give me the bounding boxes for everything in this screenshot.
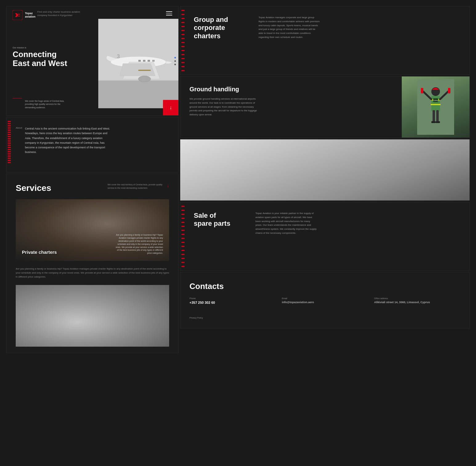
svg-rect-40: [364, 183, 370, 188]
arrow-down-icon: ↓: [169, 105, 172, 110]
svg-rect-30: [180, 139, 189, 200]
svg-rect-7: [143, 60, 145, 62]
svg-rect-31: [461, 139, 470, 200]
private-charters-title: Private charters: [22, 249, 57, 255]
svg-rect-23: [436, 110, 439, 122]
hero-section: Topaz aviation First and only charter bu…: [6, 6, 179, 116]
menu-icon[interactable]: [166, 11, 172, 15]
svg-point-10: [138, 76, 151, 82]
company-name: Topaz aviation: [25, 12, 35, 19]
services-section: Services We cover the vast territory of …: [6, 174, 179, 353]
about-label: About: [16, 126, 22, 129]
hangar-section: [180, 139, 470, 201]
spare-parts-title: Sale of spare parts: [194, 212, 246, 261]
private-charters-body-text: Are you planning a family or business tr…: [16, 267, 169, 279]
svg-rect-38: [346, 183, 352, 188]
mission-block: Our mission is Connecting East and West: [13, 47, 67, 68]
spare-parts-description: Topaz Aviation is your reliable partner …: [255, 212, 317, 261]
private-charters-text: Are you planning a family or business tr…: [114, 233, 163, 255]
svg-text:3: 3: [117, 53, 120, 60]
svg-rect-15: [431, 96, 440, 111]
mission-label: Our mission is: [13, 47, 67, 49]
group-red-strip: [180, 6, 185, 75]
right-column: Group and corporate charters Topaz Aviat…: [180, 6, 470, 353]
dot-1: [174, 57, 176, 58]
svg-rect-39: [355, 183, 361, 188]
svg-rect-1: [18, 14, 20, 14]
ground-handler-illustration: TOPAZ: [402, 76, 470, 138]
services-description: We cover the vast territory of Central A…: [108, 183, 164, 190]
svg-rect-22: [433, 110, 435, 122]
group-charters-description: Topaz Aviation manages corporate and lar…: [258, 16, 320, 39]
group-charters-content: Group and corporate charters Topaz Aviat…: [185, 6, 470, 75]
svg-rect-41: [374, 183, 380, 188]
svg-rect-2: [18, 16, 20, 16]
email-label: Email: [282, 297, 368, 299]
left-column: Topaz aviation First and only charter bu…: [6, 6, 179, 353]
phone-contact: Phone +357 250 302 60: [189, 297, 276, 304]
svg-rect-42: [383, 183, 389, 188]
hero-description: We cover the huge areas of Central Asia,…: [25, 100, 71, 109]
hangar-illustration: [180, 139, 470, 200]
spare-parts-section: Sale of spare parts Topaz Aviation is yo…: [180, 202, 470, 271]
email-contact: Email info@topazaviation.aero: [282, 297, 368, 304]
ground-handling-content: Ground handling We provide ground handli…: [180, 76, 402, 138]
logo-area: Topaz aviation: [13, 10, 35, 20]
svg-rect-25: [436, 121, 440, 123]
about-text: Central Asia is the ancient communicatio…: [25, 126, 111, 155]
arrow-line: [13, 98, 22, 98]
svg-rect-24: [431, 121, 436, 123]
svg-rect-21: [448, 88, 450, 93]
plane-illustration: 3: [98, 19, 178, 108]
red-decorative-strip: [6, 117, 11, 172]
svg-rect-28: [180, 139, 470, 200]
ground-handling-image: TOPAZ: [402, 76, 470, 138]
email-value: info@topazaviation.aero: [282, 301, 368, 304]
spare-red-strip: [180, 202, 185, 270]
address-label: Office address: [374, 297, 460, 299]
svg-point-35: [402, 178, 437, 197]
privacy-policy-link[interactable]: Privacy Policy: [189, 317, 203, 319]
dot-3: [174, 64, 176, 65]
ground-handling-section: Ground handling We provide ground handli…: [180, 76, 470, 138]
phone-label: Phone: [189, 297, 276, 299]
scroll-down-button[interactable]: ↓: [163, 100, 178, 115]
hangar-image: [180, 139, 470, 200]
ground-handling-description: We provide ground handling services at i…: [189, 97, 257, 117]
svg-point-34: [230, 175, 419, 200]
logo-icon: [13, 10, 22, 20]
contacts-title: Contacts: [189, 282, 460, 291]
plane-exterior-card[interactable]: [16, 285, 169, 347]
services-title: Services: [16, 183, 51, 193]
group-charters-title: Group and corporate charters: [194, 16, 249, 40]
svg-rect-43: [393, 184, 399, 188]
scroll-dots: [174, 57, 176, 65]
hero-arrow: [13, 98, 22, 98]
contacts-grid: Phone +357 250 302 60 Email info@topazav…: [189, 297, 460, 304]
svg-rect-17: [431, 104, 441, 105]
mission-title: Connecting East and West: [13, 50, 67, 68]
services-arrow-icon: ↓: [167, 183, 169, 188]
svg-rect-12: [138, 70, 151, 71]
hero-plane-image: 3: [98, 19, 178, 108]
services-header: Services We cover the vast territory of …: [6, 174, 178, 199]
phone-value: +357 250 302 60: [189, 301, 276, 304]
private-charters-card[interactable]: Private charters Are you planning a fami…: [16, 199, 169, 261]
svg-rect-20: [421, 88, 423, 93]
contacts-section: Contacts Phone +357 250 302 60 Email inf…: [180, 272, 470, 328]
address-contact: Office address Alikiviali street 14, 306…: [374, 297, 460, 304]
group-charters-section: Group and corporate charters Topaz Aviat…: [180, 6, 470, 75]
ground-handling-title: Ground handling: [189, 86, 393, 93]
dot-2: [174, 60, 176, 62]
svg-rect-8: [148, 60, 150, 62]
ground-handler-icon: TOPAZ: [417, 79, 454, 135]
about-section: About Central Asia is the ancient commun…: [6, 117, 179, 172]
spare-parts-content: Sale of spare parts Topaz Aviation is yo…: [185, 202, 470, 270]
logo-text: Topaz aviation: [25, 12, 35, 19]
svg-rect-6: [138, 60, 141, 62]
hero-tagline: First and only charter business aviation…: [37, 10, 87, 17]
services-description-block: We cover the vast territory of Central A…: [108, 183, 169, 190]
svg-text:TOPAZ: TOPAZ: [433, 100, 438, 101]
address-value: Alikiviali street 14, 3060, Limassol, Cy…: [374, 301, 460, 304]
svg-rect-9: [152, 60, 155, 62]
